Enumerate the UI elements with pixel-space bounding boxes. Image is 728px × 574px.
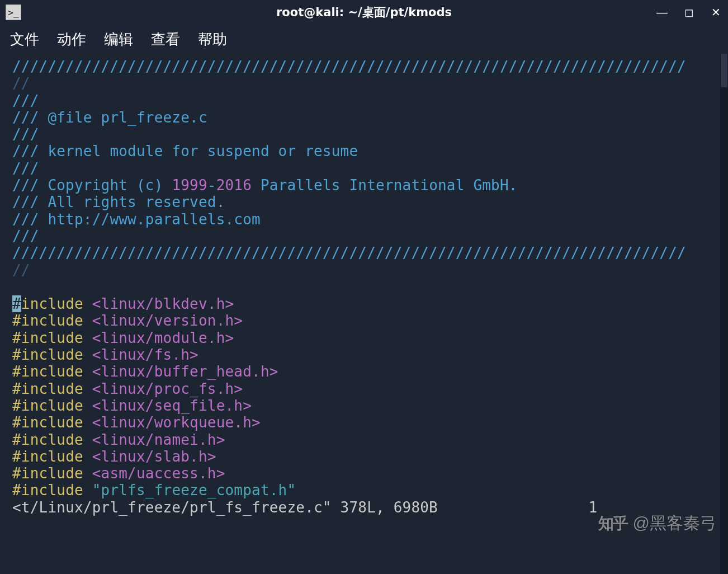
comment-line: // (12, 75, 30, 92)
include-header: <linux/module.h> (92, 330, 234, 346)
preproc-keyword: #include (12, 346, 83, 363)
include-header: <linux/namei.h> (92, 431, 225, 448)
preproc-keyword: #include (12, 482, 83, 498)
preproc-keyword: #include (12, 312, 83, 329)
vim-status-line: <t/Linux/prl_freeze/prl_fs_freeze.c" 378… (12, 499, 438, 516)
preproc-keyword: #include (12, 431, 83, 448)
preproc-keyword: #include (12, 465, 83, 482)
comment-line: Parallels International GmbH. (252, 177, 518, 194)
include-header: <linux/fs.h> (92, 346, 198, 363)
include-header: <linux/slab.h> (92, 448, 216, 465)
editor-text[interactable]: ////////////////////////////////////////… (12, 58, 725, 516)
include-header: <linux/version.h> (92, 312, 243, 329)
include-header: <linux/proc_fs.h> (92, 380, 243, 397)
comment-line: /// (12, 92, 39, 109)
preproc-keyword: #include (12, 330, 83, 346)
comment-line: /// @file prl_freeze.c (12, 109, 207, 126)
minimize-button[interactable]: — (655, 6, 669, 19)
terminal-content[interactable]: ////////////////////////////////////////… (0, 54, 728, 574)
cursor: # (12, 295, 21, 312)
comment-line: // (12, 262, 30, 279)
include-header: "prlfs_freeze_compat.h" (92, 482, 296, 498)
scrollbar-thumb[interactable] (721, 54, 727, 87)
watermark-author: @黑客秦弓 (633, 512, 717, 535)
maximize-button[interactable]: ◻ (682, 6, 696, 19)
preproc-keyword: #include (12, 414, 83, 431)
comment-line: /// (12, 126, 39, 143)
comment-line: ////////////////////////////////////////… (12, 58, 686, 75)
comment-line: /// (12, 160, 39, 177)
window-controls: — ◻ ✕ (655, 6, 722, 19)
menubar: 文件 动作 编辑 查看 帮助 (0, 25, 728, 54)
preproc-keyword: #include (12, 363, 83, 380)
comment-line: /// (12, 228, 39, 244)
preproc-keyword: include (21, 295, 83, 312)
comment-line: ////////////////////////////////////////… (12, 244, 686, 261)
vim-status-pos: 1 (588, 499, 597, 516)
include-header: <linux/seq_file.h> (92, 397, 252, 414)
comment-line: /// http://www.parallels.com (12, 211, 261, 228)
include-header: <linux/blkdev.h> (92, 295, 234, 312)
preproc-keyword: #include (12, 448, 83, 465)
scrollbar[interactable] (720, 54, 728, 574)
comment-line: /// kernel module for suspend or resume (12, 143, 358, 159)
zhihu-logo-icon: 知乎 (598, 513, 627, 534)
watermark: 知乎 @黑客秦弓 (598, 512, 717, 535)
year: 1999 (172, 177, 207, 194)
menu-edit[interactable]: 编辑 (104, 30, 133, 49)
terminal-app-icon: >_ (6, 4, 21, 20)
year: 2016 (216, 177, 252, 194)
include-header: <asm/uaccess.h> (92, 465, 225, 482)
include-header: <linux/workqueue.h> (92, 414, 261, 431)
menu-file[interactable]: 文件 (10, 30, 39, 49)
menu-view[interactable]: 查看 (151, 30, 180, 49)
preproc-keyword: #include (12, 380, 83, 397)
comment-line: /// All rights reserved. (12, 194, 225, 210)
dash: - (207, 177, 216, 194)
menu-help[interactable]: 帮助 (198, 30, 227, 49)
menu-action[interactable]: 动作 (57, 30, 86, 49)
preproc-keyword: #include (12, 397, 83, 414)
close-button[interactable]: ✕ (709, 6, 722, 19)
include-header: <linux/buffer_head.h> (92, 363, 278, 380)
window-title: root@kali: ~/桌面/pt/kmods (0, 4, 728, 20)
titlebar: >_ root@kali: ~/桌面/pt/kmods — ◻ ✕ (0, 0, 728, 25)
comment-line: /// Copyright (c) (12, 177, 172, 194)
